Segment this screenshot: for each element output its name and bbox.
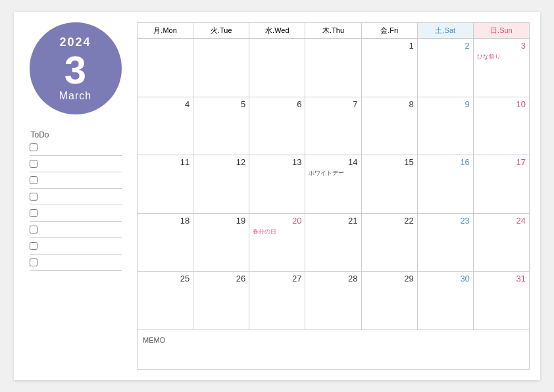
- cell-w4-thu: 21: [305, 213, 361, 272]
- todo-item-4: [30, 193, 122, 205]
- cell-w1-fri: 1: [361, 39, 417, 97]
- cell-w4-tue: 19: [193, 213, 249, 272]
- todo-item-5: [30, 209, 122, 222]
- todo-item-7: [30, 242, 122, 255]
- cell-w1-mon: [138, 39, 193, 97]
- cell-w5-sun: 31: [473, 272, 529, 330]
- cell-w4-mon: 18: [138, 213, 193, 272]
- todo-checkbox-6[interactable]: [30, 226, 38, 233]
- cell-w4-fri: 22: [361, 213, 417, 272]
- right-panel: 月.Mon 火.Tue 水.Wed 木.Thu 金.Fri 土.Sat 日.Su…: [137, 22, 530, 370]
- cell-w1-sun: 3 ひな祭り: [473, 39, 529, 97]
- cell-w1-thu: [305, 39, 361, 97]
- cell-w3-sun: 17: [473, 155, 529, 214]
- calendar-header-row: 月.Mon 火.Tue 水.Wed 木.Thu 金.Fri 土.Sat 日.Su…: [138, 23, 530, 39]
- memo-section: MEMO: [137, 330, 530, 370]
- cell-w1-wed: [249, 39, 305, 97]
- cell-w3-fri: 15: [361, 155, 417, 214]
- todo-checkbox-7[interactable]: [30, 242, 38, 250]
- cell-w5-thu: 28: [305, 272, 361, 330]
- cell-w4-wed: 20 春分の日: [249, 213, 305, 272]
- todo-item-2: [30, 160, 122, 172]
- cell-w3-wed: 13: [249, 155, 305, 214]
- todo-item-1: [30, 143, 122, 156]
- todo-checkbox-2[interactable]: [30, 160, 38, 168]
- todo-checkbox-4[interactable]: [30, 193, 38, 201]
- todo-checkbox-8[interactable]: [30, 258, 38, 266]
- cell-w4-sat: 23: [417, 213, 473, 272]
- calendar-table: 月.Mon 火.Tue 水.Wed 木.Thu 金.Fri 土.Sat 日.Su…: [137, 22, 530, 330]
- col-mon: 月.Mon: [138, 23, 193, 39]
- todo-checkbox-5[interactable]: [30, 209, 38, 217]
- cell-w5-mon: 25: [138, 272, 193, 330]
- cell-w4-sun: 24: [473, 213, 529, 272]
- cell-w2-sat: 9: [417, 97, 473, 155]
- todo-checkbox-3[interactable]: [30, 176, 38, 184]
- todo-label: ToDo: [30, 130, 122, 139]
- week-row-2: 4 5 6 7 8 9 10: [138, 97, 530, 155]
- month-badge: 2024 3 March: [30, 22, 122, 114]
- col-fri: 金.Fri: [361, 23, 417, 39]
- cell-w5-tue: 26: [193, 272, 249, 330]
- cell-w1-tue: [193, 39, 249, 97]
- week-row-1: 1 2 3 ひな祭り: [138, 39, 530, 97]
- todo-item-3: [30, 176, 122, 189]
- cell-w2-thu: 7: [305, 97, 361, 155]
- todo-section: ToDo: [30, 130, 122, 275]
- page: 2024 3 March ToDo: [14, 12, 540, 380]
- cell-w5-sat: 30: [417, 272, 473, 330]
- todo-item-6: [30, 226, 122, 238]
- cell-w5-wed: 27: [249, 272, 305, 330]
- memo-label: MEMO: [143, 336, 165, 344]
- cell-w2-sun: 10: [473, 97, 529, 155]
- cell-w2-tue: 5: [193, 97, 249, 155]
- week-row-3: 11 12 13 14 ホワイトデー 15 16 17: [138, 155, 530, 214]
- col-thu: 木.Thu: [305, 23, 361, 39]
- cell-w3-mon: 11: [138, 155, 193, 214]
- month-name: March: [59, 90, 91, 102]
- week-row-5: 25 26 27 28 29 30 31: [138, 272, 530, 330]
- cell-w2-mon: 4: [138, 97, 193, 155]
- week-row-4: 18 19 20 春分の日 21 22 23 24: [138, 213, 530, 272]
- cell-w3-sat: 16: [417, 155, 473, 214]
- cell-w2-wed: 6: [249, 97, 305, 155]
- col-sat: 土.Sat: [417, 23, 473, 39]
- cell-w3-thu: 14 ホワイトデー: [305, 155, 361, 214]
- col-tue: 火.Tue: [193, 23, 249, 39]
- cell-w3-tue: 12: [193, 155, 249, 214]
- col-sun: 日.Sun: [473, 23, 529, 39]
- cell-w1-sat: 2: [417, 39, 473, 97]
- todo-checkbox-1[interactable]: [30, 143, 38, 151]
- month-number: 3: [64, 51, 86, 90]
- cell-w5-fri: 29: [361, 272, 417, 330]
- col-wed: 水.Wed: [249, 23, 305, 39]
- cell-w2-fri: 8: [361, 97, 417, 155]
- left-panel: 2024 3 March ToDo: [24, 22, 126, 370]
- year-label: 2024: [59, 36, 91, 49]
- todo-item-8: [30, 258, 122, 271]
